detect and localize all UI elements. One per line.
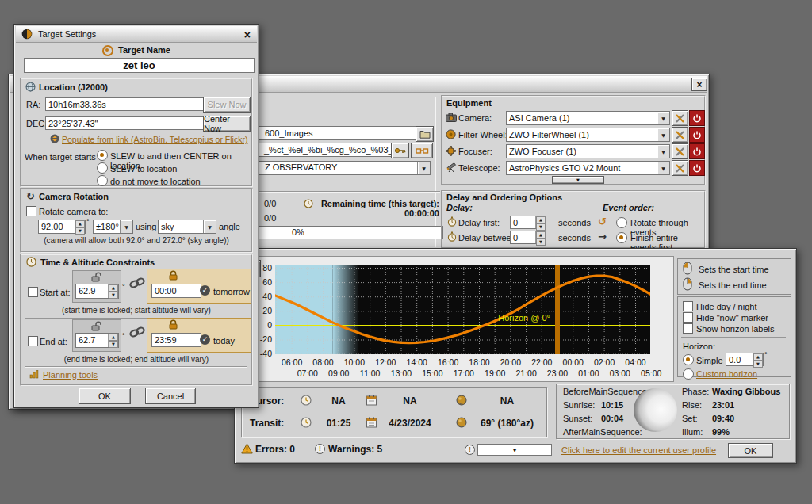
spin-down-icon[interactable]: ▼	[536, 239, 546, 246]
spin-up-icon[interactable]: ▲	[753, 353, 763, 361]
spin-up-icon[interactable]: ▲	[536, 231, 546, 239]
start-altitude-stepper[interactable]: 62.9▲▼	[75, 284, 119, 299]
seconds-label: seconds	[558, 218, 591, 227]
browse-folder-button[interactable]	[416, 126, 434, 142]
spin-down-icon[interactable]: ▼	[109, 292, 118, 299]
spin-down-icon[interactable]: ▼	[75, 227, 85, 235]
spin-down-icon[interactable]: ▼	[109, 341, 118, 348]
cancel-button[interactable]: Cancel	[145, 388, 196, 404]
chevron-down-icon[interactable]: ▼	[657, 112, 669, 124]
custom-horizon-link[interactable]: Custom horizon	[696, 369, 757, 379]
chevron-down-icon[interactable]: ▼	[657, 162, 669, 174]
filter-wheel-settings-button[interactable]	[672, 127, 688, 143]
camera-power-button[interactable]	[689, 110, 705, 126]
warnings-dropdown[interactable]: ▼	[477, 444, 552, 456]
filter-wheel-select[interactable]: ZWO FilterWheel (1)▼	[506, 128, 670, 142]
chevron-down-icon[interactable]: ▼	[657, 128, 669, 141]
dec-field[interactable]: 23°25'37.43"	[45, 116, 204, 130]
ok-button[interactable]: OK	[79, 388, 131, 404]
filter-wheel-power-button[interactable]	[689, 127, 705, 143]
custom-horizon-radio[interactable]	[683, 368, 694, 380]
link-chain-icon[interactable]	[128, 277, 146, 289]
divider	[435, 97, 436, 247]
power-icon	[692, 147, 702, 156]
finish-entire-events-radio[interactable]	[616, 232, 627, 243]
focuser-power-button[interactable]	[689, 143, 705, 159]
filter-wheel-icon	[446, 129, 456, 139]
edit-profile-link[interactable]: Click here to edit the current user prof…	[561, 445, 716, 455]
close-icon[interactable]: ×	[691, 78, 707, 91]
spin-up-icon[interactable]: ▲	[536, 216, 546, 223]
chevron-down-icon[interactable]: ▼	[417, 162, 430, 174]
camera-select[interactable]: ASI Camera (1)▼	[506, 111, 670, 125]
chevron-down-icon[interactable]: ▼	[657, 145, 669, 158]
no-move-radio[interactable]	[97, 175, 108, 186]
show-horizon-labels-checkbox[interactable]	[683, 323, 693, 334]
start-at-checkbox[interactable]	[28, 287, 38, 297]
rotation-mode-select[interactable]: sky▼	[158, 220, 216, 234]
after-main-sequence-label: AfterMainSequence:	[563, 427, 642, 437]
moon-phase-image	[634, 388, 677, 432]
lock-icon[interactable]	[167, 319, 179, 330]
rotation-angle-stepper[interactable]: 92.00▲▼	[38, 220, 86, 234]
planning-ok-button[interactable]: OK	[728, 443, 773, 458]
slew-now-button[interactable]: Slew Now	[203, 97, 251, 113]
delay-between-stepper[interactable]: 0▲▼	[510, 231, 546, 244]
transit-time: 01:25	[315, 418, 362, 429]
link-chain-icon[interactable]	[128, 326, 146, 338]
focuser-settings-button[interactable]	[672, 143, 688, 159]
spin-down-icon[interactable]: ▼	[753, 361, 763, 368]
altitude-chart[interactable]: Horizon @ 0°	[275, 265, 650, 354]
telescope-settings-button[interactable]	[672, 160, 688, 176]
hide-now-marker-checkbox[interactable]	[683, 312, 693, 323]
populate-from-link[interactable]: Populate from link (AstroBin, Telescopiu…	[62, 135, 247, 144]
now-marker	[555, 265, 560, 354]
delay-first-stepper[interactable]: 0▲▼	[510, 216, 546, 229]
twilight-region	[332, 265, 359, 354]
unlock-icon[interactable]	[90, 321, 102, 331]
pattern-preview-button[interactable]	[411, 143, 433, 158]
telescope-select[interactable]: AstroPhysics GTO V2 Mount▼	[506, 161, 670, 175]
spin-up-icon[interactable]: ▲	[109, 334, 118, 341]
end-at-checkbox[interactable]	[28, 336, 38, 346]
telescope-power-button[interactable]	[689, 160, 705, 176]
unlock-icon[interactable]	[90, 272, 102, 282]
chevron-down-icon[interactable]: ▼	[203, 220, 216, 233]
end-altitude-stepper[interactable]: 62.7▲▼	[75, 333, 119, 348]
center-now-button[interactable]: Center Now	[203, 116, 251, 132]
seconds-label: seconds	[558, 233, 591, 242]
camera-rotation-group: ↻ Camera Rotation Rotate camera to: 92.0…	[20, 188, 253, 253]
simple-horizon-radio[interactable]	[683, 354, 694, 365]
chevron-down-icon[interactable]: ▼	[120, 220, 132, 233]
ra-field[interactable]: 10h16m38.36s	[45, 97, 204, 111]
spin-down-icon[interactable]: ▼	[536, 223, 546, 231]
equipment-expander-button[interactable]: ▼	[552, 176, 604, 184]
spin-up-icon[interactable]: ▲	[75, 220, 85, 227]
slew-only-radio[interactable]	[97, 162, 108, 174]
spin-up-icon[interactable]: ▲	[109, 284, 118, 292]
rotation-icon: ↻	[26, 190, 35, 202]
pattern-key-button[interactable]	[391, 143, 409, 158]
target-name-field[interactable]: zet leo	[24, 58, 255, 73]
dialog-titlebar[interactable]: Target Settings ×	[16, 26, 257, 43]
close-icon[interactable]: ×	[244, 29, 251, 41]
end-at-label: End at:	[40, 337, 67, 346]
rotation-range-select[interactable]: ±180°▼	[93, 220, 133, 234]
rotate-through-events-radio[interactable]	[616, 217, 627, 228]
remaining-time: Remaining time (this target): 00:00:00	[316, 199, 439, 218]
rotate-camera-checkbox[interactable]	[26, 206, 36, 216]
x-tick: 22:00	[527, 357, 557, 367]
slew-center-radio[interactable]	[97, 150, 108, 161]
x-tick: 12:00	[370, 357, 400, 367]
end-time-field[interactable]: 23:59	[151, 333, 201, 347]
simple-horizon-stepper[interactable]: 0.0▲▼	[726, 353, 764, 366]
target-name-header-row: Target Name	[14, 45, 259, 56]
focuser-select[interactable]: ZWO Focuser (1)▼	[506, 144, 670, 158]
start-time-field[interactable]: 00:00	[151, 284, 201, 298]
hide-day-night-checkbox[interactable]	[683, 301, 693, 311]
start-altitude-box: 62.9▲▼	[72, 270, 121, 303]
camera-settings-button[interactable]	[672, 110, 688, 126]
mouse-hints-box: Sets the start time Sets the end time	[677, 258, 791, 295]
lock-icon[interactable]	[167, 270, 179, 281]
planning-tools-link[interactable]: Planning tools	[43, 370, 98, 380]
